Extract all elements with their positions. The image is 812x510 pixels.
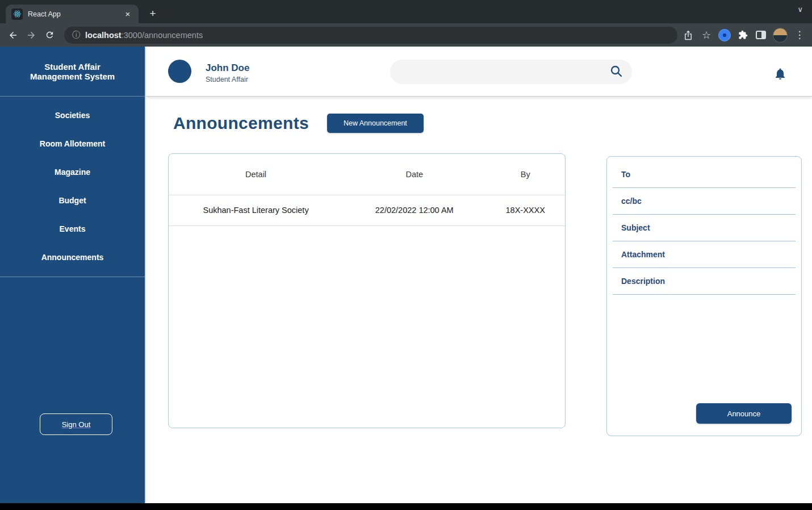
screen-bottom-bar xyxy=(0,503,812,510)
browser-menu-icon[interactable]: ⋮ xyxy=(793,29,806,41)
url-path: :3000/announcements xyxy=(122,31,203,40)
extensions-puzzle-icon[interactable] xyxy=(736,29,749,41)
description-field[interactable]: Description xyxy=(613,268,796,295)
toolbar-actions: ☆ ⋮ xyxy=(682,28,806,43)
app-title: Student Affair Management System xyxy=(0,47,145,97)
sign-out-button[interactable]: Sign Out xyxy=(40,413,112,435)
app-header: John Doe Student Affair xyxy=(146,47,812,97)
page-title: Announcements xyxy=(173,114,309,133)
url-host: localhost xyxy=(85,31,122,40)
reload-icon[interactable] xyxy=(41,27,57,43)
react-favicon-icon xyxy=(11,9,23,20)
attachment-field-label: Attachment xyxy=(613,250,665,259)
app-title-line1: Student Affair xyxy=(44,62,101,72)
description-field-label: Description xyxy=(613,277,665,286)
search-bar[interactable] xyxy=(390,60,632,84)
table-header-row: Detail Date By xyxy=(169,154,565,195)
sidebar-divider xyxy=(0,277,145,277)
screen: React App × + ∨ ⓘ localhost:3000/announc… xyxy=(0,0,812,510)
close-tab-icon[interactable]: × xyxy=(123,9,133,19)
table-row[interactable]: Sukhan-Fast Literary Society 22/02/2022 … xyxy=(169,195,565,225)
user-avatar[interactable] xyxy=(168,60,191,83)
cell-by: 18X-XXXX xyxy=(485,195,565,225)
attachment-field[interactable]: Attachment xyxy=(613,241,796,268)
app-title-line2: Management System xyxy=(30,72,115,81)
sidebar-item-events[interactable]: Events xyxy=(0,215,145,243)
subject-field[interactable]: Subject xyxy=(613,215,796,241)
column-header-detail: Detail xyxy=(169,154,343,195)
browser-toolbar: ⓘ localhost:3000/announcements ☆ ⋮ xyxy=(0,23,812,47)
bookmark-star-icon[interactable]: ☆ xyxy=(700,29,713,41)
title-row: Announcements New Announcement xyxy=(146,97,812,133)
cell-date: 22/02/2022 12:00 AM xyxy=(343,195,485,225)
sidebar-nav: Societies Room Allotement Magazine Budge… xyxy=(0,101,145,271)
app-window: Student Affair Management System Societi… xyxy=(0,47,812,503)
announcements-table-card: Detail Date By Sukhan-Fast Literary Soci… xyxy=(168,153,566,428)
ccbc-field-label: cc/bc xyxy=(613,197,642,206)
to-field-label: To xyxy=(613,170,630,179)
site-info-icon[interactable]: ⓘ xyxy=(72,30,80,40)
user-info: John Doe Student Affair xyxy=(206,62,249,83)
sidebar-item-societies[interactable]: Societies xyxy=(0,101,145,129)
new-announcement-button[interactable]: New Announcement xyxy=(327,114,424,133)
sidebar-item-room-allotement[interactable]: Room Allotement xyxy=(0,129,145,158)
cell-detail: Sukhan-Fast Literary Society xyxy=(169,195,343,225)
to-field[interactable]: To xyxy=(613,161,796,188)
address-bar[interactable]: ⓘ localhost:3000/announcements xyxy=(64,27,677,44)
column-header-by: By xyxy=(485,154,565,195)
tab-title: React App xyxy=(28,10,123,18)
subject-field-label: Subject xyxy=(613,223,650,232)
user-name: John Doe xyxy=(206,62,249,74)
sidebar-item-magazine[interactable]: Magazine xyxy=(0,158,145,186)
browser-tab[interactable]: React App × xyxy=(6,5,139,23)
compose-announcement-card: To cc/bc Subject Attachment Description xyxy=(606,156,802,436)
notifications-bell-icon[interactable] xyxy=(773,67,787,81)
sidebar-item-announcements[interactable]: Announcements xyxy=(0,243,145,271)
search-input[interactable] xyxy=(399,68,609,77)
column-header-date: Date xyxy=(343,154,485,195)
extension-shutter-icon[interactable] xyxy=(718,29,731,41)
share-icon[interactable] xyxy=(682,29,694,41)
new-tab-button[interactable]: + xyxy=(145,6,160,21)
user-role: Student Affair xyxy=(206,76,249,83)
main-content: Announcements New Announcement Detail Da… xyxy=(146,97,812,503)
announcements-table: Detail Date By Sukhan-Fast Literary Soci… xyxy=(169,154,565,226)
browser-tab-strip: React App × + ∨ xyxy=(0,0,812,23)
back-icon[interactable] xyxy=(5,27,21,43)
browser-profile-avatar[interactable] xyxy=(773,28,788,43)
announce-button[interactable]: Announce xyxy=(696,403,792,424)
sidebar-item-budget[interactable]: Budget xyxy=(0,186,145,215)
tab-search-chevron-icon[interactable]: ∨ xyxy=(797,5,803,14)
side-panel-icon[interactable] xyxy=(755,29,767,41)
compose-fields: To cc/bc Subject Attachment Description xyxy=(607,157,801,295)
search-icon[interactable] xyxy=(609,64,623,80)
forward-icon[interactable] xyxy=(23,27,39,43)
sidebar: Student Affair Management System Societi… xyxy=(0,47,146,503)
ccbc-field[interactable]: cc/bc xyxy=(613,188,796,215)
